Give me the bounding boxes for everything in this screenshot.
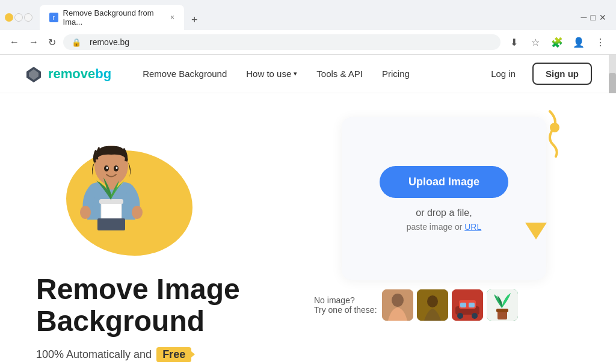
window-controls [5,13,32,22]
title-bar: r Remove Background from Ima... × + ─ □ … [0,0,616,30]
sample-image-3[interactable] [452,289,483,321]
active-tab[interactable]: r Remove Background from Ima... × [40,5,184,30]
url-text: remove.bg [90,37,129,47]
svg-point-22 [472,313,478,319]
samples-label: No image? Try one of these: [314,295,377,315]
minimize-button[interactable] [5,13,13,22]
tab-bar: r Remove Background from Ima... × + [40,5,205,30]
svg-rect-24 [469,303,475,307]
refresh-button[interactable]: ↻ [46,34,58,51]
back-button[interactable]: ← [7,34,22,50]
toolbar-icons: ⬇ ☆ 🧩 👤 ⋮ [505,34,609,51]
logo-text: removebg [48,66,111,82]
triangle-decoration [525,223,547,239]
svg-point-4 [80,206,91,219]
tab-favicon: r [49,13,58,22]
nav-tools-api[interactable]: Tools & API [309,64,370,84]
nav-links: Remove Background How to use ▾ Tools & A… [135,64,481,84]
signup-button[interactable]: Sign up [532,63,592,85]
page-content: removebg Remove Background How to use ▾ … [0,55,616,364]
hero-title: Remove Image Background [36,274,289,338]
new-tab-button[interactable]: + [184,10,205,30]
extensions-icon[interactable]: 🧩 [549,34,565,51]
hero-section: Remove Image Background 100% Automatical… [0,93,616,364]
url-link[interactable]: URL [464,222,481,232]
address-bar[interactable]: 🔒 remove.bg [63,34,500,50]
lock-icon: 🔒 [72,38,81,47]
profile-icon[interactable]: 👤 [570,34,587,51]
free-badge: Free [156,347,191,362]
logo-icon [24,64,43,84]
hero-figure [36,141,241,268]
tab-title: Remove Background from Ima... [63,8,165,26]
hero-subtitle: 100% Automatically and Free [36,347,308,362]
menu-icon[interactable]: ⋮ [592,34,609,51]
window-restore-icon[interactable]: □ [591,13,596,22]
samples-row: No image? Try one of these: [308,289,580,321]
svg-point-11 [106,167,108,169]
squiggle-decoration [508,108,562,159]
drop-text: or drop a file, [416,208,472,218]
maximize-button[interactable] [14,13,23,22]
svg-rect-26 [497,311,507,319]
svg-point-17 [427,295,438,307]
window-close-icon[interactable]: ✕ [599,13,606,22]
sample-image-2[interactable] [417,289,448,321]
nav-actions: Log in Sign up [481,63,592,85]
hero-person-image [48,141,174,268]
svg-point-5 [132,206,143,219]
svg-point-13 [550,123,559,132]
nav-remove-background[interactable]: Remove Background [135,64,234,84]
sample-image-1[interactable] [382,289,413,321]
nav-how-to-use[interactable]: How to use ▾ [239,64,304,84]
svg-rect-8 [97,218,125,230]
close-button[interactable] [24,13,32,22]
sample-image-4[interactable] [487,289,518,321]
logo[interactable]: removebg [24,64,111,84]
browser-toolbar: ← → ↻ 🔒 remove.bg ⬇ ☆ 🧩 👤 ⋮ [0,30,616,55]
forward-button[interactable]: → [26,34,41,50]
sample-images [382,289,518,321]
upload-image-button[interactable]: Upload Image [380,166,508,198]
svg-point-15 [392,294,404,307]
chevron-down-icon: ▾ [294,70,297,78]
hero-left: Remove Image Background 100% Automatical… [36,105,308,362]
navbar: removebg Remove Background How to use ▾ … [0,55,616,93]
hero-right: Upload Image or drop a file, paste image… [308,105,580,321]
download-icon[interactable]: ⬇ [505,34,522,51]
nav-pricing[interactable]: Pricing [375,64,417,84]
browser-window: r Remove Background from Ima... × + ─ □ … [0,0,616,55]
window-minimize-icon[interactable]: ─ [581,13,587,22]
svg-rect-27 [496,309,508,312]
svg-rect-23 [460,303,466,307]
tab-close-icon[interactable]: × [170,13,174,22]
svg-point-12 [116,167,118,169]
login-button[interactable]: Log in [481,64,525,84]
bookmark-icon[interactable]: ☆ [527,34,544,51]
paste-text: paste image or URL [407,222,482,232]
svg-point-21 [457,313,463,319]
